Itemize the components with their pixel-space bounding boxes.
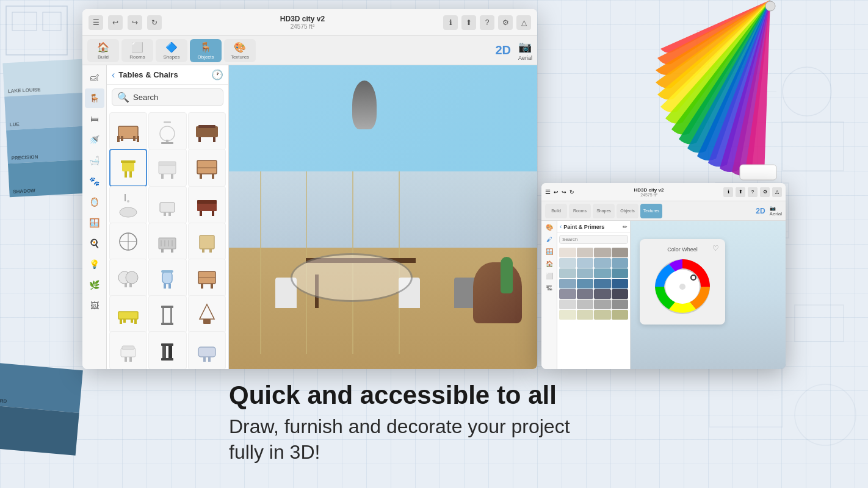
build-button[interactable]: 🏠 Build: [87, 39, 119, 62]
item-2[interactable]: [148, 112, 186, 150]
item-10[interactable]: [109, 223, 147, 260]
mini-color-15[interactable]: [612, 279, 629, 289]
mini-color-14[interactable]: [594, 279, 611, 289]
help-button[interactable]: ?: [480, 15, 494, 30]
cat-light[interactable]: 💡: [85, 254, 104, 274]
mini-shapes-button[interactable]: Shapes: [593, 204, 615, 218]
mini-back-button[interactable]: ‹: [560, 223, 562, 230]
item-7[interactable]: [109, 186, 147, 224]
cat-window[interactable]: 🪟: [85, 213, 104, 232]
mini-redo-button[interactable]: ↪: [562, 189, 566, 195]
item-3[interactable]: [188, 112, 226, 150]
mini-refresh-button[interactable]: ↻: [570, 189, 574, 195]
item-19[interactable]: [109, 331, 147, 369]
color-wheel-svg[interactable]: [652, 256, 713, 317]
mini-search-input[interactable]: [562, 237, 625, 242]
mini-info-button[interactable]: ℹ: [723, 187, 733, 197]
mini-cat-2[interactable]: 🖌: [541, 233, 557, 245]
mini-settings-button[interactable]: ⚙: [760, 187, 770, 197]
item-11[interactable]: [148, 223, 186, 260]
item-9[interactable]: [188, 186, 226, 224]
mini-expand-button[interactable]: △: [772, 187, 782, 197]
redo-button[interactable]: ↪: [128, 15, 142, 30]
view-2d-button[interactable]: 2D: [495, 43, 511, 57]
item-1[interactable]: [109, 112, 147, 150]
expand-button[interactable]: △: [516, 15, 531, 30]
item-8[interactable]: [148, 186, 186, 224]
refresh-button[interactable]: ↻: [147, 15, 162, 30]
item-12[interactable]: [188, 223, 226, 260]
mini-objects-button[interactable]: Objects: [617, 204, 638, 218]
mini-color-9[interactable]: [577, 268, 594, 278]
cat-kitchen[interactable]: 🍳: [85, 234, 104, 253]
mini-color-7[interactable]: [612, 258, 629, 268]
objects-button[interactable]: 🪑 Objects: [190, 39, 222, 62]
item-21[interactable]: [188, 331, 226, 369]
cat-plant[interactable]: 🌿: [85, 275, 104, 295]
mini-color-2[interactable]: [594, 248, 611, 257]
mini-color-27[interactable]: [612, 310, 629, 320]
cat-chair[interactable]: 🪑: [85, 88, 104, 108]
mini-color-25[interactable]: [577, 310, 594, 320]
aerial-button[interactable]: 📷 Aerial: [518, 40, 532, 61]
menu-button[interactable]: ☰: [89, 15, 103, 30]
mini-color-12[interactable]: [559, 279, 576, 289]
mini-color-16[interactable]: [559, 289, 576, 299]
mini-color-20[interactable]: [559, 300, 576, 309]
mini-color-24[interactable]: [559, 310, 576, 320]
mini-color-0[interactable]: [559, 248, 576, 257]
mini-color-1[interactable]: [577, 248, 594, 257]
mini-cat-5[interactable]: ⬜: [541, 270, 557, 282]
mini-help-button[interactable]: ?: [748, 187, 758, 197]
mini-menu-button[interactable]: ☰: [545, 188, 551, 195]
mini-build-button[interactable]: Build: [545, 204, 567, 218]
share-button[interactable]: ⬆: [461, 15, 476, 30]
mini-color-17[interactable]: [577, 289, 594, 299]
mini-color-10[interactable]: [594, 268, 611, 278]
mini-undo-button[interactable]: ↩: [554, 189, 559, 195]
mini-view-2d[interactable]: 2D: [756, 207, 765, 215]
mini-color-26[interactable]: [594, 310, 611, 320]
mini-aerial-button[interactable]: 📷 Aerial: [770, 206, 782, 217]
cat-bath[interactable]: 🛁: [85, 151, 104, 170]
settings-button[interactable]: ⚙: [498, 15, 513, 30]
item-18[interactable]: [188, 295, 226, 333]
mini-cat-4[interactable]: 🏠: [541, 257, 557, 270]
cat-bed[interactable]: 🛏: [85, 109, 104, 129]
mini-color-6[interactable]: [594, 258, 611, 268]
mini-color-5[interactable]: [577, 258, 594, 268]
cat-shower[interactable]: 🚿: [85, 130, 104, 149]
info-button[interactable]: ℹ: [443, 15, 458, 30]
mini-color-18[interactable]: [594, 289, 611, 299]
mini-color-8[interactable]: [559, 268, 576, 278]
item-20[interactable]: [148, 331, 186, 369]
mini-color-13[interactable]: [577, 279, 594, 289]
mini-cat-1[interactable]: 🎨: [541, 221, 557, 233]
mini-textures-button[interactable]: Textures: [640, 204, 662, 218]
mini-cat-6[interactable]: 🏗: [541, 282, 557, 294]
item-13[interactable]: [109, 259, 147, 296]
mini-edit-icon[interactable]: ✏: [623, 224, 627, 230]
rooms-button[interactable]: ⬜ Rooms: [121, 39, 153, 62]
search-input[interactable]: [133, 93, 236, 102]
color-wheel-heart-icon[interactable]: ♡: [712, 244, 719, 253]
mini-color-23[interactable]: [612, 300, 629, 309]
mini-color-21[interactable]: [577, 300, 594, 309]
mini-rooms-button[interactable]: Rooms: [569, 204, 591, 218]
cat-pet[interactable]: 🐾: [85, 171, 104, 191]
cat-art[interactable]: 🖼: [85, 296, 104, 315]
textures-button[interactable]: 🎨 Textures: [224, 39, 256, 62]
item-5[interactable]: [148, 149, 186, 187]
back-button[interactable]: ‹: [112, 70, 115, 81]
history-icon[interactable]: 🕐: [211, 69, 223, 81]
item-17[interactable]: [148, 295, 186, 333]
mini-cat-3[interactable]: 🪟: [541, 245, 557, 257]
item-16[interactable]: [109, 295, 147, 333]
item-6[interactable]: [188, 149, 226, 187]
shapes-button[interactable]: 🔷 Shapes: [156, 39, 187, 62]
item-14[interactable]: [148, 259, 186, 296]
item-15[interactable]: [188, 259, 226, 296]
cat-sofa[interactable]: 🛋: [85, 68, 104, 87]
cat-mirror[interactable]: 🪞: [85, 192, 104, 212]
mini-color-11[interactable]: [612, 268, 629, 278]
